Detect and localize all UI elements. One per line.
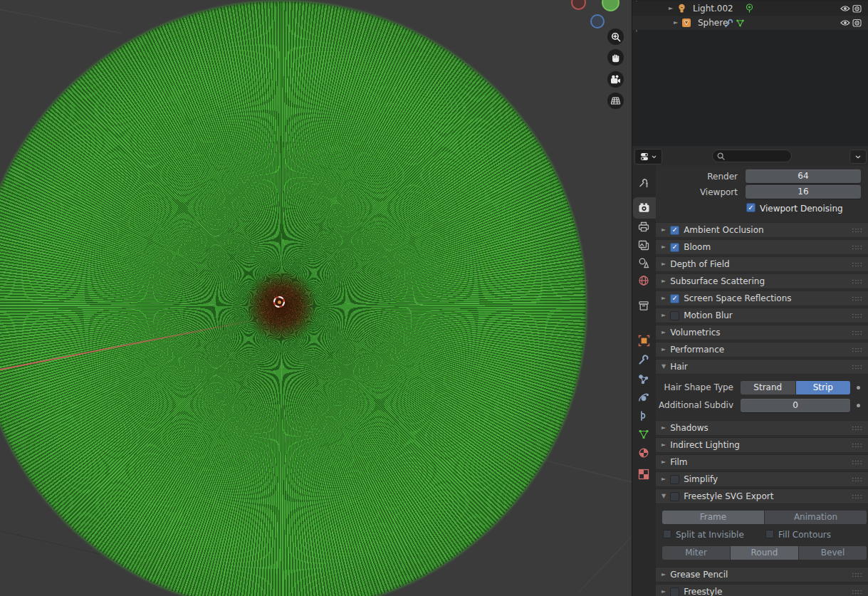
panel-volumetrics[interactable]: ► Volumetrics ∷∷ [656, 325, 868, 340]
tab-object-data[interactable] [637, 427, 650, 440]
panel-checkbox[interactable] [670, 587, 679, 596]
panel-subsurface-scattering[interactable]: ► Subsurface Scattering ∷∷ [656, 273, 868, 289]
hair-sphere-object[interactable] [0, 1, 586, 596]
panel-checkbox[interactable]: ✓ [670, 294, 679, 303]
panel-checkbox[interactable]: ✓ [670, 243, 679, 252]
panel-screen-space-reflections[interactable]: ► ✓ Screen Space Reflections ∷∷ [656, 291, 868, 306]
ortho-toggle-button[interactable] [607, 93, 624, 109]
panel-ambient-occlusion[interactable]: ► ✓ Ambient Occlusion ∷∷ [656, 222, 868, 238]
drag-grip-icon[interactable]: ∷∷ [852, 329, 862, 337]
tab-constraints[interactable] [637, 409, 650, 422]
keyframe-dot-icon[interactable] [857, 386, 860, 390]
panel-checkbox[interactable] [670, 475, 679, 484]
bevel-option[interactable]: Bevel [799, 546, 867, 560]
miter-option[interactable]: Miter [662, 546, 730, 560]
panel-hair[interactable]: ▼ Hair ∷∷ [656, 359, 868, 375]
tab-tool[interactable] [637, 176, 650, 189]
gizmo-y-axis-ball[interactable] [602, 0, 619, 11]
tab-collection[interactable] [637, 299, 650, 312]
drag-grip-icon[interactable]: ∷∷ [852, 476, 862, 483]
panel-checkbox[interactable]: ✓ [670, 226, 679, 235]
camera-view-button[interactable] [607, 71, 624, 88]
drag-grip-icon[interactable]: ∷∷ [852, 312, 862, 320]
panel-grease-pencil[interactable]: ► Grease Pencil ∷∷ [656, 567, 868, 582]
gizmo-z-axis-ball[interactable] [590, 14, 605, 28]
tab-world[interactable] [637, 274, 650, 287]
tab-physics[interactable] [637, 392, 650, 404]
zoom-button[interactable] [607, 28, 624, 45]
eye-icon[interactable] [840, 4, 850, 14]
editor-type-button[interactable] [634, 149, 662, 164]
render-samples-field[interactable]: 64 [746, 169, 861, 183]
outliner-row-sphere[interactable]: ► Sphere [632, 16, 868, 30]
additional-subdiv-field[interactable]: 0 [741, 399, 850, 412]
drag-grip-icon[interactable]: ∷∷ [852, 261, 862, 268]
light-bulb-icon[interactable] [676, 4, 686, 14]
editor-divider[interactable] [632, 0, 632, 596]
wrench-modifier-icon[interactable] [723, 18, 733, 28]
expand-arrow-icon[interactable]: ► [671, 18, 681, 28]
frame-option[interactable]: Frame [662, 511, 764, 524]
drag-grip-icon[interactable]: ∷∷ [852, 571, 862, 579]
search-input[interactable] [725, 151, 785, 161]
drag-grip-icon[interactable]: ∷∷ [852, 493, 862, 501]
panel-indirect-lighting[interactable]: ► Indirect Lighting ∷∷ [656, 437, 868, 453]
light-data-icon[interactable] [744, 4, 754, 14]
drag-grip-icon[interactable]: ∷∷ [852, 278, 862, 286]
drag-grip-icon[interactable]: ∷∷ [852, 588, 862, 596]
fill-contours-checkbox[interactable] [765, 530, 774, 538]
tab-particles[interactable] [637, 373, 650, 386]
3d-viewport[interactable] [0, 0, 632, 596]
strand-option[interactable]: Strand [741, 381, 795, 394]
tab-output[interactable] [637, 220, 650, 233]
chevron-right-icon: ► [662, 442, 666, 448]
outliner-row-light[interactable]: ► Light.002 [632, 1, 868, 16]
keyframe-dot-icon[interactable] [857, 404, 860, 407]
viewport-samples-field[interactable]: 16 [746, 185, 861, 199]
tab-modifiers[interactable] [637, 353, 650, 366]
round-option[interactable]: Round [731, 546, 798, 560]
drag-grip-icon[interactable]: ∷∷ [852, 459, 862, 466]
strip-option[interactable]: Strip [796, 381, 851, 394]
drag-grip-icon[interactable]: ∷∷ [852, 441, 862, 449]
chevron-right-icon: ► [662, 278, 666, 284]
tab-texture[interactable] [637, 468, 650, 481]
tab-view-layer[interactable] [637, 239, 650, 251]
tab-material[interactable] [637, 446, 650, 459]
search-field[interactable] [712, 150, 792, 162]
tab-render[interactable] [637, 201, 650, 214]
particles-icon[interactable] [735, 18, 745, 28]
drag-grip-icon[interactable]: ∷∷ [852, 226, 862, 234]
drag-grip-icon[interactable]: ∷∷ [852, 295, 862, 303]
expand-arrow-icon[interactable]: ► [666, 4, 676, 14]
panel-freestyle-svg-export[interactable]: ▼ Freestyle SVG Export ∷∷ [656, 488, 868, 504]
mesh-object-icon[interactable] [681, 18, 691, 28]
drag-grip-icon[interactable]: ∷∷ [852, 244, 862, 251]
drag-grip-icon[interactable]: ∷∷ [852, 346, 862, 354]
drag-grip-icon[interactable]: ∷∷ [852, 363, 862, 371]
panel-bloom[interactable]: ► ✓ Bloom ∷∷ [656, 239, 868, 255]
eye-icon[interactable] [840, 18, 850, 28]
panel-checkbox[interactable] [670, 492, 679, 501]
drag-grip-icon[interactable]: ∷∷ [852, 424, 862, 432]
panel-performance[interactable]: ► Performance ∷∷ [656, 342, 868, 357]
outliner-editor[interactable]: ► Light.002 ► Sphere [632, 0, 868, 146]
pan-button[interactable] [607, 49, 624, 66]
panel-simplify[interactable]: ► Simplify ∷∷ [656, 471, 868, 487]
panel-film[interactable]: ► Film ∷∷ [656, 454, 868, 470]
panel-motion-blur[interactable]: ► Motion Blur ∷∷ [656, 308, 868, 323]
camera-restrict-icon[interactable] [852, 18, 862, 28]
panel-depth-of-field[interactable]: ► Depth of Field ∷∷ [656, 256, 868, 272]
animation-option[interactable]: Animation [765, 511, 867, 524]
chevron-right-icon: ► [662, 244, 666, 250]
filter-dropdown-button[interactable] [849, 150, 867, 164]
panel-shadows[interactable]: ► Shadows ∷∷ [656, 420, 868, 436]
viewport-denoising-checkbox[interactable]: ✓ [746, 203, 755, 212]
camera-restrict-icon[interactable] [852, 4, 862, 14]
panel-checkbox[interactable] [670, 311, 679, 320]
split-at-invisible-checkbox[interactable] [663, 530, 671, 538]
outliner-item-label[interactable]: Light.002 [693, 4, 733, 14]
tab-object[interactable] [637, 334, 650, 347]
tab-scene[interactable] [637, 256, 650, 269]
panel-freestyle[interactable]: ► Freestyle ∷∷ [656, 584, 868, 596]
